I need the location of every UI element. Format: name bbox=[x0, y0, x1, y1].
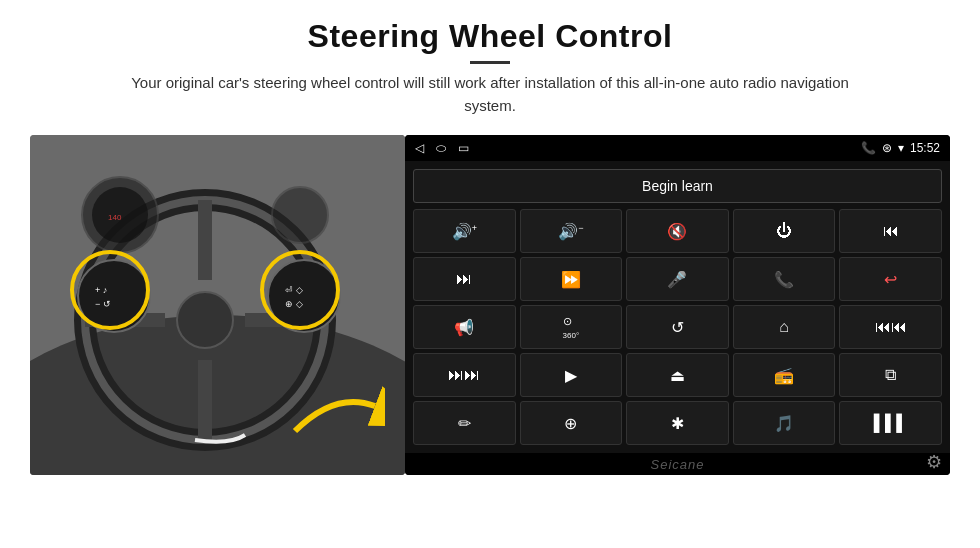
edit-button[interactable]: ✏ bbox=[413, 401, 516, 445]
eject-button[interactable]: ⏏ bbox=[626, 353, 729, 397]
nav-button[interactable]: ▶ bbox=[520, 353, 623, 397]
begin-learn-button[interactable]: Begin learn bbox=[413, 169, 942, 203]
icon-grid: 🔊+ 🔊− 🔇 ⏻ ⏮ ⏭ bbox=[413, 209, 942, 445]
android-status-bar: ◁ ⬭ ▭ 📞 ⊛ ▾ 15:52 bbox=[405, 135, 950, 161]
settings2-icon: ⊕ bbox=[564, 414, 577, 433]
bluetooth-button[interactable]: ✱ bbox=[626, 401, 729, 445]
vol-down-icon: 🔊− bbox=[558, 222, 583, 241]
mute-button[interactable]: 🔇 bbox=[626, 209, 729, 253]
home-button[interactable]: ⌂ bbox=[733, 305, 836, 349]
wifi-icon: ▾ bbox=[898, 141, 904, 155]
vol-down-button[interactable]: 🔊− bbox=[520, 209, 623, 253]
bluetooth-icon: ✱ bbox=[671, 414, 684, 433]
music-button[interactable]: 🎵 bbox=[733, 401, 836, 445]
brand-watermark: Seicane bbox=[651, 457, 705, 472]
end-call-button[interactable]: ↩ bbox=[839, 257, 942, 301]
prev-track-icon: ⏮ bbox=[883, 222, 899, 240]
power-icon: ⏻ bbox=[776, 222, 792, 240]
mute-icon: 🔇 bbox=[667, 222, 687, 241]
location-icon: ⊛ bbox=[882, 141, 892, 155]
page-root: Steering Wheel Control Your original car… bbox=[0, 0, 980, 548]
eq-button[interactable]: ⧉ bbox=[839, 353, 942, 397]
content-row: + ♪ − ↺ ⏎ ◇ ⊕ ◇ 140 bbox=[30, 135, 950, 475]
home-icon: ⬭ bbox=[436, 141, 446, 155]
camera360-icon: ⊙360° bbox=[563, 315, 580, 340]
prev-track-button[interactable]: ⏮ bbox=[839, 209, 942, 253]
home-icon2: ⌂ bbox=[779, 318, 789, 336]
mic-icon: 🎤 bbox=[667, 270, 687, 289]
skip-icon: ⏭⏭ bbox=[448, 366, 480, 384]
page-subtitle: Your original car's steering wheel contr… bbox=[110, 72, 870, 117]
vol-up-icon: 🔊+ bbox=[452, 222, 477, 241]
fast-forward-button[interactable]: ⏩ bbox=[520, 257, 623, 301]
mic-button[interactable]: 🎤 bbox=[626, 257, 729, 301]
fast-forward-icon: ⏩ bbox=[561, 270, 581, 289]
skip-button[interactable]: ⏭⏭ bbox=[413, 353, 516, 397]
highlight-circle-right bbox=[260, 250, 340, 330]
rewind-button[interactable]: ⏮⏮ bbox=[839, 305, 942, 349]
back-icon2: ↺ bbox=[671, 318, 684, 337]
eq-icon: ⧉ bbox=[885, 366, 896, 384]
phone-icon: 📞 bbox=[861, 141, 876, 155]
highlight-circle-left bbox=[70, 250, 150, 330]
nav-icon: ▶ bbox=[565, 366, 577, 385]
title-divider bbox=[470, 61, 510, 64]
status-right: 📞 ⊛ ▾ 15:52 bbox=[861, 141, 940, 155]
call-icon: 📞 bbox=[774, 270, 794, 289]
title-section: Steering Wheel Control Your original car… bbox=[30, 18, 950, 117]
status-time: 15:52 bbox=[910, 141, 940, 155]
edit-icon: ✏ bbox=[458, 414, 471, 433]
end-call-icon: ↩ bbox=[884, 270, 897, 289]
svg-text:140: 140 bbox=[108, 213, 122, 222]
speaker-button[interactable]: 📢 bbox=[413, 305, 516, 349]
radio-icon: 📻 bbox=[774, 366, 794, 385]
photo-side: + ♪ − ↺ ⏎ ◇ ⊕ ◇ 140 bbox=[30, 135, 405, 475]
radio-button[interactable]: 📻 bbox=[733, 353, 836, 397]
yellow-arrow bbox=[285, 371, 385, 445]
android-footer: Seicane ⚙ bbox=[405, 453, 950, 475]
next-track-button[interactable]: ⏭ bbox=[413, 257, 516, 301]
gear-icon[interactable]: ⚙ bbox=[926, 451, 942, 473]
call-button[interactable]: 📞 bbox=[733, 257, 836, 301]
recents-icon: ▭ bbox=[458, 141, 469, 155]
back-icon: ◁ bbox=[415, 141, 424, 155]
svg-point-18 bbox=[272, 187, 328, 243]
android-content: Begin learn 🔊+ 🔊− 🔇 ⏻ bbox=[405, 161, 950, 453]
android-panel: ◁ ⬭ ▭ 📞 ⊛ ▾ 15:52 Begin learn bbox=[405, 135, 950, 475]
equalizer-button[interactable]: ▌▌▌ bbox=[839, 401, 942, 445]
status-left: ◁ ⬭ ▭ bbox=[415, 141, 469, 155]
back-button[interactable]: ↺ bbox=[626, 305, 729, 349]
svg-point-8 bbox=[177, 292, 233, 348]
vol-up-button[interactable]: 🔊+ bbox=[413, 209, 516, 253]
camera360-button[interactable]: ⊙360° bbox=[520, 305, 623, 349]
eject-icon: ⏏ bbox=[670, 366, 685, 385]
equalizer-icon: ▌▌▌ bbox=[874, 414, 908, 432]
power-button[interactable]: ⏻ bbox=[733, 209, 836, 253]
page-title: Steering Wheel Control bbox=[30, 18, 950, 55]
steering-wheel-photo: + ♪ − ↺ ⏎ ◇ ⊕ ◇ 140 bbox=[30, 135, 405, 475]
next-track-icon: ⏭ bbox=[456, 270, 472, 288]
settings2-button[interactable]: ⊕ bbox=[520, 401, 623, 445]
rewind-icon: ⏮⏮ bbox=[875, 318, 907, 336]
speaker-icon: 📢 bbox=[454, 318, 474, 337]
music-icon: 🎵 bbox=[774, 414, 794, 433]
